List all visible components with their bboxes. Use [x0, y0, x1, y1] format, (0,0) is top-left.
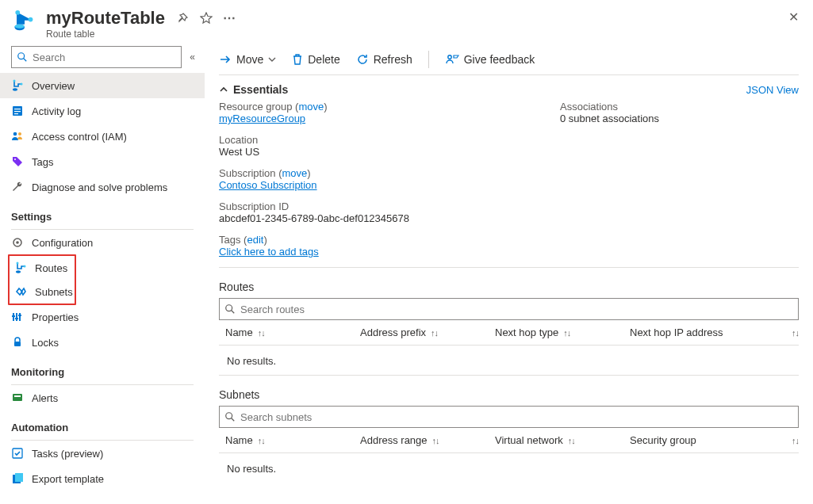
move-label: Move	[236, 53, 263, 66]
sidebar-item-label: Export template	[32, 473, 104, 485]
sidebar-item-configuration[interactable]: Configuration	[0, 230, 205, 255]
sidebar-search[interactable]	[11, 46, 182, 68]
sort-icon: ↑↓	[431, 328, 438, 338]
subnets-col-nsg[interactable]: Security group↑↓	[630, 434, 799, 446]
subnets-col-name[interactable]: Name↑↓	[225, 434, 360, 446]
subscription-move-link[interactable]: move	[282, 167, 308, 179]
svg-rect-23	[12, 315, 15, 317]
move-button[interactable]: Move	[219, 53, 276, 66]
routes-col-nexthop-type[interactable]: Next hop type↑↓	[495, 326, 630, 338]
search-icon	[224, 304, 236, 315]
routes-search-input[interactable]	[240, 304, 793, 315]
pin-icon[interactable]	[174, 10, 190, 26]
routes-search[interactable]	[219, 298, 799, 320]
routetable-icon	[11, 79, 24, 92]
page-subtitle: Route table	[46, 29, 800, 40]
routes-col-nexthop-ip[interactable]: Next hop IP address↑↓	[630, 326, 799, 338]
sidebar-item-label: Access control (IAM)	[32, 131, 127, 143]
svg-point-3	[18, 53, 25, 59]
svg-rect-31	[15, 473, 23, 482]
tags-edit-link[interactable]: edit	[247, 234, 263, 246]
routes-col-prefix[interactable]: Address prefix↑↓	[360, 326, 495, 338]
sidebar-item-tags[interactable]: Tags	[0, 149, 205, 174]
delete-label: Delete	[308, 53, 339, 66]
svg-point-35	[226, 413, 232, 419]
sidebar-item-overview[interactable]: Overview	[0, 73, 205, 98]
sidebar-item-export-template[interactable]: Export template	[0, 466, 205, 491]
sidebar-item-label: Tasks (preview)	[32, 448, 103, 460]
sidebar-item-routes[interactable]: Routes	[10, 256, 75, 280]
collapse-sidebar-icon[interactable]: «	[186, 52, 198, 63]
svg-point-17	[17, 262, 19, 265]
resource-group-move-link[interactable]: move	[298, 101, 324, 113]
sidebar-item-locks[interactable]: Locks	[0, 330, 205, 355]
essentials-toggle[interactable]: Essentials	[219, 83, 288, 96]
subnets-search[interactable]	[219, 406, 799, 428]
refresh-label: Refresh	[374, 53, 412, 66]
sidebar-item-label: Properties	[32, 311, 79, 323]
sidebar-item-label: Activity log	[32, 105, 81, 117]
star-icon[interactable]	[198, 10, 214, 26]
sidebar-item-label: Routes	[35, 262, 67, 274]
sidebar-group-settings: Settings	[0, 200, 205, 226]
svg-point-18	[24, 265, 26, 268]
subnets-col-range[interactable]: Address range↑↓	[360, 434, 495, 446]
delete-button[interactable]: Delete	[292, 53, 339, 66]
svg-rect-28	[14, 395, 21, 397]
wrench-icon	[11, 181, 24, 193]
sort-icon: ↑↓	[563, 328, 570, 338]
resource-group-label: Resource group (move)	[219, 101, 512, 113]
sidebar-item-activity-log[interactable]: Activity log	[0, 98, 205, 124]
svg-point-16	[16, 241, 19, 244]
routes-empty: No results.	[219, 346, 799, 376]
export-icon	[11, 472, 24, 485]
subnets-empty: No results.	[219, 453, 799, 483]
people-icon	[11, 130, 24, 143]
refresh-button[interactable]: Refresh	[356, 53, 412, 66]
subscription-id-value: abcdef01-2345-6789-0abc-def012345678	[219, 212, 512, 224]
routetable-icon	[11, 8, 38, 35]
subnets-col-vnet[interactable]: Virtual network↑↓	[495, 434, 630, 446]
refresh-icon	[356, 53, 369, 66]
svg-point-33	[226, 305, 232, 311]
sidebar-search-input[interactable]	[33, 52, 176, 63]
sidebar-item-label: Configuration	[32, 237, 93, 249]
svg-line-36	[232, 418, 235, 422]
gear-icon	[11, 236, 24, 249]
json-view-link[interactable]: JSON View	[746, 84, 799, 96]
sidebar: « Overview Activity log Access control (…	[0, 43, 205, 504]
sidebar-item-label: Subnets	[35, 286, 73, 298]
close-icon[interactable]: ✕	[788, 10, 799, 25]
lock-icon	[11, 336, 24, 349]
tags-add-link[interactable]: Click here to add tags	[219, 246, 319, 258]
routes-title: Routes	[219, 268, 799, 296]
search-icon	[224, 411, 236, 422]
sidebar-item-label: Diagnose and solve problems	[32, 181, 167, 193]
resource-group-link[interactable]: myResourceGroup	[219, 113, 305, 124]
sidebar-item-subnets[interactable]: Subnets	[10, 280, 75, 304]
sidebar-item-iam[interactable]: Access control (IAM)	[0, 124, 205, 149]
routes-col-name[interactable]: Name↑↓	[225, 326, 360, 338]
more-icon[interactable]: ⋯	[222, 10, 238, 26]
subnets-icon	[14, 285, 27, 298]
feedback-label: Give feedback	[464, 53, 535, 66]
sidebar-item-diagnose[interactable]: Diagnose and solve problems	[0, 174, 205, 200]
feedback-button[interactable]: Give feedback	[445, 53, 535, 66]
arrow-right-icon	[219, 53, 232, 66]
search-icon	[17, 52, 28, 63]
sort-icon: ↑↓	[258, 328, 265, 338]
svg-point-13	[18, 132, 21, 136]
subscription-link[interactable]: Contoso Subscription	[219, 179, 317, 191]
sort-icon: ↑↓	[792, 328, 799, 338]
blade-header: myRouteTable ⋯ Route table ✕	[0, 0, 813, 43]
sidebar-item-alerts[interactable]: Alerts	[0, 385, 205, 410]
sidebar-item-properties[interactable]: Properties	[0, 304, 205, 330]
chevron-down-icon	[268, 55, 276, 63]
tags-label: Tags (edit)	[219, 234, 512, 246]
svg-point-0	[15, 10, 20, 15]
associations-label: Associations	[560, 101, 659, 113]
sidebar-item-tasks[interactable]: Tasks (preview)	[0, 441, 205, 466]
subnets-search-input[interactable]	[240, 411, 793, 423]
svg-rect-27	[13, 394, 22, 401]
tasks-icon	[11, 447, 24, 460]
